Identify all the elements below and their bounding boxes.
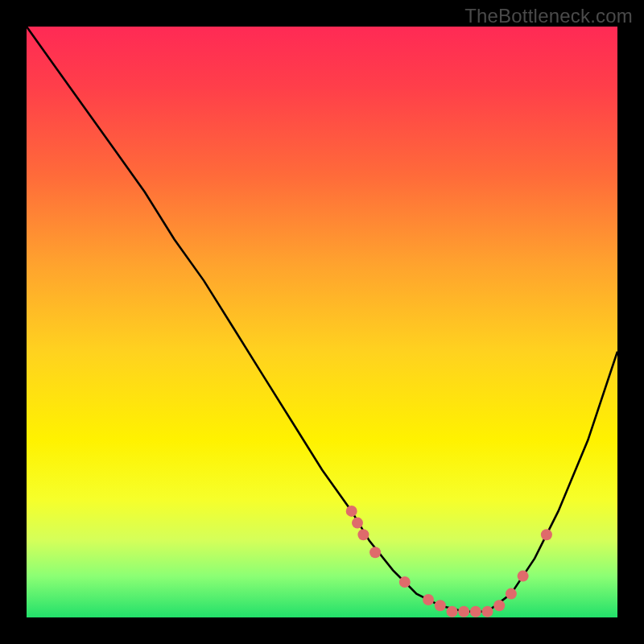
marker-dot xyxy=(369,547,381,558)
marker-dot xyxy=(447,606,458,617)
marker-dot xyxy=(506,588,517,600)
marker-dot xyxy=(482,606,493,617)
marker-dot xyxy=(399,576,411,588)
marker-dot xyxy=(346,506,357,517)
marker-dot xyxy=(458,606,469,617)
marker-dot xyxy=(470,606,481,617)
watermark-text: TheBottleneck.com xyxy=(464,5,633,27)
marker-dot xyxy=(352,518,363,529)
marker-dot xyxy=(435,600,446,611)
highlight-dots xyxy=(346,506,552,617)
chart-svg xyxy=(27,27,617,617)
marker-dot xyxy=(357,529,369,540)
bottleneck-curve xyxy=(27,27,617,612)
chart-frame: TheBottleneck.com xyxy=(0,0,644,644)
marker-dot xyxy=(541,529,552,540)
marker-dot xyxy=(518,571,529,582)
marker-dot xyxy=(423,594,434,605)
plot-area xyxy=(27,27,617,617)
marker-dot xyxy=(493,600,505,611)
